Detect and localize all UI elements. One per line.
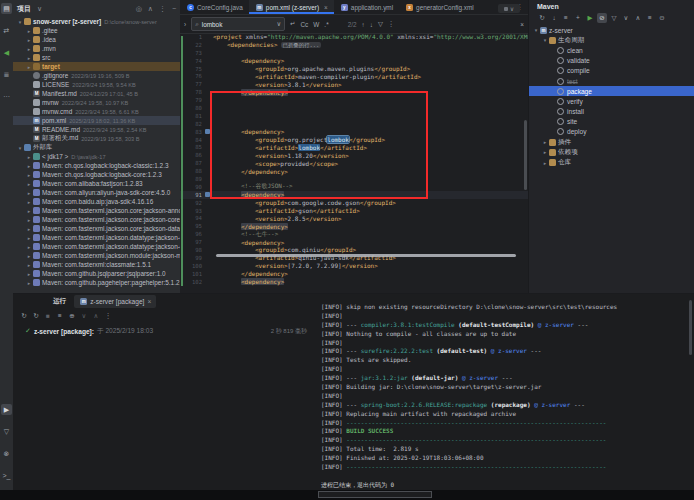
code-line[interactable]: 102<dependency>: [180, 278, 528, 286]
skip-tests-icon[interactable]: ⊘: [597, 13, 607, 23]
editor-tab[interactable]: xgeneratorConfig.xml: [399, 0, 480, 14]
editor-horizontal-scrollbar[interactable]: [216, 254, 516, 257]
tree-row[interactable]: ▸Maven: com.aliyun:aliyun-java-sdk-core:…: [13, 188, 180, 197]
tree-row[interactable]: compile: [529, 66, 694, 76]
tree-row[interactable]: ▸Maven: com.fasterxml.jackson.core:jacks…: [13, 224, 180, 233]
tree-chevron-icon[interactable]: ▸: [26, 172, 32, 178]
code-line[interactable]: 73: [180, 49, 528, 57]
stop-icon[interactable]: ■: [43, 311, 53, 321]
run-icon[interactable]: ▶: [1, 404, 12, 415]
tree-row[interactable]: ▸< jdk17 >D:\java\jdk-17: [13, 152, 180, 161]
tree-row[interactable]: ▸Maven: ch.qos.logback:logback-core:1.2.…: [13, 170, 180, 179]
structure-icon[interactable]: ≣: [1, 69, 12, 80]
tree-row[interactable]: ▸src: [13, 53, 180, 62]
tree-row[interactable]: ▸Maven: com.github.jsqlparser:jsqlparser…: [13, 269, 180, 278]
tree-chevron-icon[interactable]: ▸: [26, 190, 32, 196]
inspections-widget[interactable]: ∨: [498, 4, 520, 13]
rerun-failed-icon[interactable]: ↻: [31, 311, 41, 321]
download-sources-icon[interactable]: ↓: [549, 13, 559, 23]
tree-row[interactable]: ▸Maven: com.fasterxml.jackson.core:jacks…: [13, 206, 180, 215]
code-line[interactable]: 96<!--七牛-->: [180, 230, 528, 238]
code-line[interactable]: 74<dependency>: [180, 57, 528, 65]
tree-row[interactable]: mvnw2022/9/24 19:58, 10.97 KB: [13, 98, 180, 107]
code-line[interactable]: 22<dependencies>已折叠的行...: [180, 41, 528, 49]
maven-tree[interactable]: ▾mz-server▾生命周期cleanvalidatecompiletestp…: [529, 25, 694, 168]
close-tab-icon[interactable]: ×: [147, 298, 151, 305]
tree-row[interactable]: install: [529, 107, 694, 117]
tree-row[interactable]: ▾外部库: [13, 143, 180, 152]
editor-vertical-scrollbar[interactable]: [524, 120, 527, 190]
tree-chevron-icon[interactable]: ▾: [17, 19, 23, 25]
code-line[interactable]: 1<project xmlns="http://maven.apache.org…: [180, 33, 528, 41]
tree-row[interactable]: clean: [529, 45, 694, 55]
tree-chevron-icon[interactable]: ▸: [26, 154, 32, 160]
tree-row[interactable]: ▸.mvn: [13, 44, 180, 53]
expand-icon[interactable]: ∨: [79, 311, 89, 321]
tree-row[interactable]: ▸Maven: com.fasterxml.jackson.module:jac…: [13, 251, 180, 260]
search-input[interactable]: ⌕ lombok ∨: [191, 17, 285, 31]
tree-row[interactable]: ▸Maven: com.fasterxml.jackson.core:jacks…: [13, 215, 180, 224]
code-line[interactable]: 101</dependency>: [180, 270, 528, 278]
tree-row[interactable]: mvnw.cmd2022/9/24 19:58, 6.61 KB: [13, 107, 180, 116]
tree-row[interactable]: .gitignore2022/9/19 19:16, 509 B: [13, 71, 180, 80]
tree-chevron-icon[interactable]: ▸: [542, 149, 548, 155]
chevron-down-icon[interactable]: ∨: [37, 5, 42, 13]
tree-row[interactable]: ▸Maven: com.github.pagehelper:pagehelper…: [13, 278, 180, 287]
code-line[interactable]: 98<groupId>com.qiniu</groupId>: [180, 246, 528, 254]
tree-row[interactable]: ▾生命周期: [529, 35, 694, 45]
tree-chevron-icon[interactable]: ▾: [542, 37, 548, 43]
tree-chevron-icon[interactable]: ▸: [26, 262, 32, 268]
editor-tab[interactable]: mpom.xml (z-server)×: [249, 0, 334, 14]
collapse-all-icon[interactable]: ∧: [633, 13, 643, 23]
prev-match-icon[interactable]: ↑: [362, 21, 365, 28]
tree-row[interactable]: ▸.idea: [13, 35, 180, 44]
more-icon[interactable]: ⋮: [159, 5, 166, 12]
tree-row[interactable]: ▸Maven: com.fasterxml.jackson.datatype:j…: [13, 233, 180, 242]
tree-chevron-icon[interactable]: ▸: [26, 226, 32, 232]
code-line[interactable]: 77<version>3.8.1</version>: [180, 80, 528, 88]
code-line[interactable]: 97<dependency>: [180, 238, 528, 246]
tree-chevron-icon[interactable]: ▸: [26, 64, 32, 70]
tree-row[interactable]: package: [529, 86, 694, 96]
tree-row[interactable]: site: [529, 117, 694, 127]
collapse-icon[interactable]: ∧: [91, 311, 101, 321]
search-icon[interactable]: ⊙: [657, 13, 667, 23]
hide-icon[interactable]: −: [172, 5, 176, 12]
tree-row[interactable]: mpom.xml2025/2/19 18:02, 11.36 KB: [13, 116, 180, 125]
tree-row[interactable]: ▸仓库: [529, 157, 694, 167]
tree-row[interactable]: ▸Maven: com.fasterxml.jackson.datatype:j…: [13, 242, 180, 251]
search-more-icon[interactable]: ⋮: [388, 20, 394, 28]
tree-chevron-icon[interactable]: ▸: [26, 280, 32, 286]
gutter-icon[interactable]: [205, 129, 210, 134]
commit-icon[interactable]: ⇄: [1, 25, 12, 36]
tree-chevron-icon[interactable]: ▸: [26, 271, 32, 277]
tree-row[interactable]: MREADME.md2022/9/24 19:58, 2.54 KB: [13, 125, 180, 134]
tree-row[interactable]: ▾snow-server [z-server]D:\clone\snow-ser…: [13, 17, 180, 26]
gutter-icon[interactable]: [205, 192, 210, 197]
tree-chevron-icon[interactable]: ▸: [26, 28, 32, 34]
code-line[interactable]: 75<groupId>org.apache.maven.plugins</gro…: [180, 65, 528, 73]
tree-chevron-icon[interactable]: ▸: [26, 253, 32, 259]
tree-row[interactable]: test: [529, 76, 694, 86]
project-icon[interactable]: ▤: [1, 3, 12, 14]
tree-chevron-icon[interactable]: ▸: [26, 235, 32, 241]
tree-chevron-icon[interactable]: ▸: [26, 244, 32, 250]
plugin-green-arrow-icon[interactable]: ◀: [1, 47, 12, 58]
tree-chevron-icon[interactable]: ▸: [26, 163, 32, 169]
code-line[interactable]: 100<version>[7.2.0, 7.2.99]</version>: [180, 262, 528, 270]
code-line[interactable]: 76<artifactId>maven-compiler-plugin</art…: [180, 72, 528, 80]
code-line[interactable]: 92<groupId>com.google.code.gson</groupId…: [180, 199, 528, 207]
tree-row[interactable]: ▸Maven: com.alibaba:fastjson:1.2.83: [13, 179, 180, 188]
tree-row[interactable]: ▾mz-server: [529, 25, 694, 35]
tree-row[interactable]: ▸.gitee: [13, 26, 180, 35]
match-case-toggle[interactable]: Cc: [301, 21, 309, 28]
tree-row[interactable]: ▸插件: [529, 137, 694, 147]
next-match-icon[interactable]: ↓: [370, 21, 373, 28]
locate-icon[interactable]: ◎: [136, 5, 142, 12]
tree-row[interactable]: deploy: [529, 127, 694, 137]
tree-row[interactable]: ▸Maven: com.baidu.aip:java-sdk:4.16.16: [13, 197, 180, 206]
profiles-icon[interactable]: ▽: [609, 13, 619, 23]
tree-chevron-icon[interactable]: ▸: [26, 208, 32, 214]
tree-chevron-icon[interactable]: ▸: [26, 199, 32, 205]
tree-row[interactable]: ▸依赖项: [529, 147, 694, 157]
